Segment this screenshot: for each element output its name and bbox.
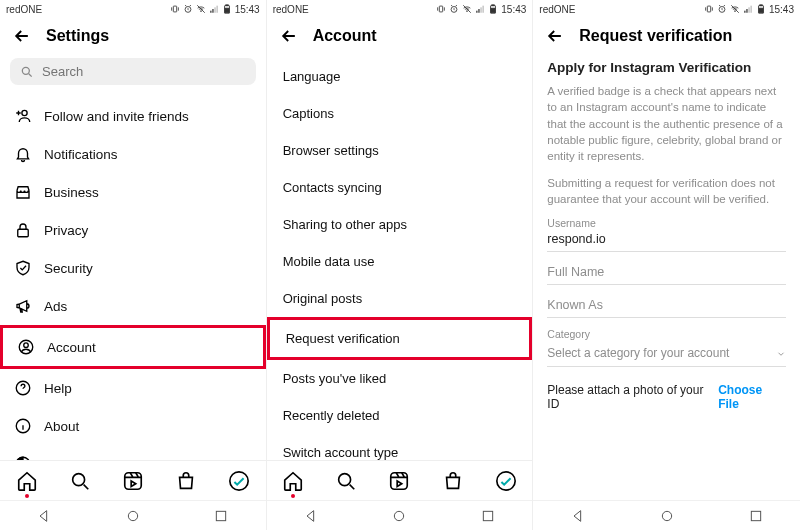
back-button[interactable]: [279, 26, 299, 46]
nav-recent[interactable]: [480, 508, 496, 524]
nav-home[interactable]: [125, 508, 141, 524]
settings-item-security[interactable]: Security: [0, 249, 266, 287]
account-list: Language Captions Browser settings Conta…: [267, 54, 533, 460]
settings-list: Follow and invite friends Notifications …: [0, 93, 266, 460]
screen-settings: redONE 15:43 Settings Follow and: [0, 0, 267, 530]
svg-point-36: [395, 511, 404, 520]
account-item-liked[interactable]: Posts you've liked: [267, 360, 533, 397]
knownas-field[interactable]: Known As: [547, 295, 786, 318]
settings-item-about[interactable]: About: [0, 407, 266, 445]
header: Request verification: [533, 16, 800, 54]
lock-icon: [14, 221, 32, 239]
nav-recent[interactable]: [748, 508, 764, 524]
screen-account: redONE 15:43 Account Language Captions B…: [267, 0, 534, 530]
settings-item-ads[interactable]: Ads: [0, 287, 266, 325]
signal-icon: [475, 4, 485, 14]
svg-point-33: [339, 473, 351, 485]
settings-item-privacy[interactable]: Privacy: [0, 211, 266, 249]
svg-rect-26: [477, 11, 478, 13]
form-heading: Apply for Instagram Verification: [547, 60, 786, 75]
settings-item-help[interactable]: Help: [0, 369, 266, 407]
status-bar: redONE 15:43: [533, 0, 800, 16]
settings-item-account[interactable]: Account: [0, 325, 266, 369]
tab-search[interactable]: [335, 470, 357, 492]
android-nav-bar: [0, 500, 266, 530]
time-label: 15:43: [501, 4, 526, 15]
signal-icon: [743, 4, 753, 14]
header: Account: [267, 16, 533, 54]
settings-item-notifications[interactable]: Notifications: [0, 135, 266, 173]
switch-account-type[interactable]: Switch account type: [267, 434, 533, 460]
svg-point-35: [497, 471, 515, 489]
vibrate-icon: [170, 4, 180, 14]
account-icon: [17, 338, 35, 356]
info-icon: [14, 417, 32, 435]
back-button[interactable]: [12, 26, 32, 46]
svg-rect-4: [212, 9, 213, 13]
shield-icon: [14, 259, 32, 277]
nav-back[interactable]: [303, 508, 319, 524]
search-input[interactable]: [42, 64, 246, 79]
svg-rect-5: [214, 7, 215, 12]
wifi-off-icon: [730, 4, 740, 14]
fullname-label: Full Name: [547, 262, 786, 280]
svg-rect-3: [210, 11, 211, 13]
tab-home[interactable]: [282, 470, 304, 492]
tab-home[interactable]: [16, 470, 38, 492]
account-item-sharing[interactable]: Sharing to other apps: [267, 206, 533, 243]
account-item-language[interactable]: Language: [267, 58, 533, 95]
svg-point-18: [72, 473, 84, 485]
account-item-deleted[interactable]: Recently deleted: [267, 397, 533, 434]
tab-bar: [267, 460, 533, 500]
header: Settings: [0, 16, 266, 54]
username-value: respond.io: [547, 229, 786, 247]
page-title: Settings: [46, 27, 109, 45]
svg-rect-44: [750, 6, 751, 13]
account-item-contacts[interactable]: Contacts syncing: [267, 169, 533, 206]
username-field[interactable]: Username respond.io: [547, 217, 786, 252]
nav-home[interactable]: [391, 508, 407, 524]
nav-recent[interactable]: [213, 508, 229, 524]
svg-rect-41: [744, 11, 745, 13]
carrier-label: redONE: [539, 4, 575, 15]
account-item-browser[interactable]: Browser settings: [267, 132, 533, 169]
nav-home[interactable]: [659, 508, 675, 524]
nav-back[interactable]: [36, 508, 52, 524]
choose-file-button[interactable]: Choose File: [718, 383, 786, 411]
battery-icon: [488, 4, 498, 14]
svg-rect-8: [225, 5, 228, 6]
page-title: Request verification: [579, 27, 732, 45]
tab-shop[interactable]: [175, 470, 197, 492]
settings-item-theme[interactable]: Theme: [0, 445, 266, 460]
account-item-captions[interactable]: Captions: [267, 95, 533, 132]
svg-rect-9: [225, 8, 229, 13]
svg-rect-49: [751, 511, 760, 520]
settings-item-follow[interactable]: Follow and invite friends: [0, 97, 266, 135]
svg-rect-23: [440, 6, 443, 12]
svg-rect-37: [483, 511, 492, 520]
svg-rect-6: [216, 6, 217, 13]
settings-item-business[interactable]: Business: [0, 173, 266, 211]
tab-profile[interactable]: [228, 470, 250, 492]
category-select[interactable]: Select a category for your account: [547, 340, 786, 367]
vibrate-icon: [436, 4, 446, 14]
status-icons: 15:43: [436, 4, 526, 15]
nav-back[interactable]: [570, 508, 586, 524]
tab-reels[interactable]: [388, 470, 410, 492]
tab-reels[interactable]: [122, 470, 144, 492]
tab-search[interactable]: [69, 470, 91, 492]
status-bar: redONE 15:43: [0, 0, 266, 16]
account-item-verification[interactable]: Request verification: [267, 317, 533, 360]
svg-point-14: [24, 343, 29, 348]
account-item-mobiledata[interactable]: Mobile data use: [267, 243, 533, 280]
tab-shop[interactable]: [442, 470, 464, 492]
svg-rect-42: [746, 9, 747, 13]
search-box[interactable]: [10, 58, 256, 85]
back-button[interactable]: [545, 26, 565, 46]
account-item-original[interactable]: Original posts: [267, 280, 533, 317]
notification-dot: [25, 494, 29, 498]
fullname-field[interactable]: Full Name: [547, 262, 786, 285]
help-icon: [14, 379, 32, 397]
tab-bar: [0, 460, 266, 500]
tab-profile[interactable]: [495, 470, 517, 492]
